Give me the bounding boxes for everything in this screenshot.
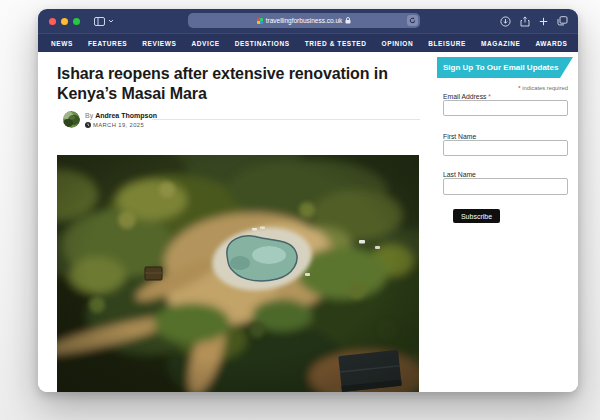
author-row: By Andrea Thompson <box>85 112 157 119</box>
clock-icon <box>85 122 91 128</box>
expand-button[interactable] <box>73 18 80 25</box>
nav-item-awards[interactable]: AWARDS <box>535 40 567 47</box>
nav-item-magazine[interactable]: MAGAZINE <box>481 40 520 47</box>
share-icon[interactable] <box>520 16 530 27</box>
hero-image <box>57 155 419 392</box>
signup-header-label: Sign Up To Our Email Updates <box>443 63 558 72</box>
toolbar-left <box>94 17 114 26</box>
required-note-text: indicates required <box>522 85 568 91</box>
site-navigation: NEWS FEATURES REVIEWS ADVICE DESTINATION… <box>38 33 578 52</box>
required-note-star: * <box>518 85 520 91</box>
browser-titlebar: travellingforbusiness.co.uk <box>38 9 578 33</box>
toolbar-right <box>500 9 568 33</box>
chevron-down-icon[interactable] <box>108 19 114 23</box>
first-name-field[interactable] <box>443 140 568 156</box>
nav-item-news[interactable]: NEWS <box>51 40 73 47</box>
nav-item-tried-tested[interactable]: TRIED & TESTED <box>305 40 367 47</box>
email-label: Email Address * <box>443 93 491 100</box>
subscribe-button[interactable]: Subscribe <box>453 209 500 223</box>
address-url: travellingforbusiness.co.uk <box>266 17 343 24</box>
last-name-label: Last Name <box>443 171 476 178</box>
first-name-label: First Name <box>443 133 476 140</box>
email-required-star: * <box>488 93 491 100</box>
sidebar-toggle-icon[interactable] <box>94 17 105 26</box>
author-link[interactable]: Andrea Thompson <box>95 112 157 119</box>
byline: By Andrea Thompson MARCH 19, 2025 <box>63 111 157 128</box>
publish-date-row: MARCH 19, 2025 <box>85 122 157 128</box>
last-name-field[interactable] <box>443 178 568 195</box>
desktop-background: travellingforbusiness.co.uk <box>0 0 600 420</box>
author-avatar <box>63 111 80 128</box>
nav-item-reviews[interactable]: REVIEWS <box>142 40 176 47</box>
nav-item-destinations[interactable]: DESTINATIONS <box>235 40 290 47</box>
tabs-overview-icon[interactable] <box>557 16 568 26</box>
close-button[interactable] <box>49 18 56 25</box>
downloads-icon[interactable] <box>500 16 511 27</box>
site-favicon <box>257 18 263 24</box>
reload-icon[interactable] <box>407 15 418 26</box>
required-note: * indicates required <box>443 85 568 91</box>
window-controls <box>49 18 80 25</box>
nav-item-features[interactable]: FEATURES <box>88 40 127 47</box>
minimize-button[interactable] <box>61 18 68 25</box>
signup-header: Sign Up To Our Email Updates <box>437 57 573 78</box>
publish-date: MARCH 19, 2025 <box>93 122 144 128</box>
nav-item-bleisure[interactable]: BLEISURE <box>428 40 466 47</box>
address-bar[interactable]: travellingforbusiness.co.uk <box>188 13 420 28</box>
nav-item-opinion[interactable]: OPINION <box>382 40 414 47</box>
email-field[interactable] <box>443 100 568 116</box>
lock-icon <box>345 17 351 24</box>
article-title: Ishara reopens after extensive renovatio… <box>57 64 442 105</box>
new-tab-icon[interactable] <box>539 17 548 26</box>
browser-window: travellingforbusiness.co.uk <box>38 9 578 392</box>
nav-item-advice[interactable]: ADVICE <box>191 40 219 47</box>
byline-prefix: By <box>85 112 93 119</box>
byline-divider <box>152 119 420 120</box>
page-content: Ishara reopens after extensive renovatio… <box>38 52 578 392</box>
